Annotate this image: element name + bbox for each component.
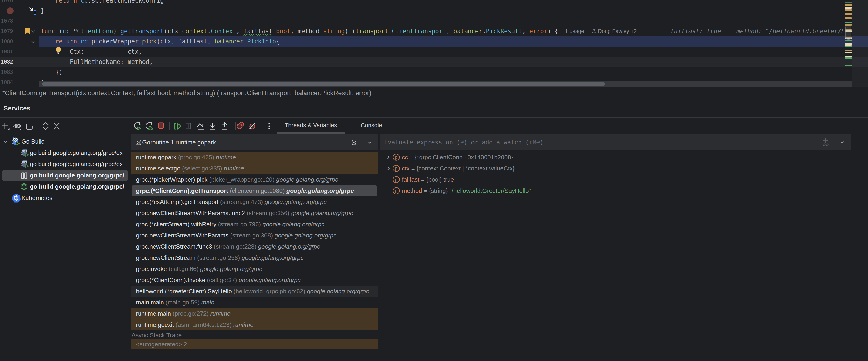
stripe-mark[interactable]	[845, 65, 852, 66]
frame-location: (stream.go:223)	[212, 243, 258, 250]
vertical-scrollbar-thumb[interactable]	[845, 25, 851, 39]
variable-row-failfast[interactable]: pfailfast = {bool} true	[380, 174, 868, 185]
expand-all-button[interactable]	[41, 122, 50, 131]
code-vision-author[interactable]: Doug Fawley +2	[598, 26, 637, 36]
tree-row-go-build-google-golang-org-grpc[interactable]: go build google.golang.org/grpc/	[0, 170, 130, 181]
stripe-mark[interactable]	[845, 4, 852, 6]
evaluate-placeholder: Evaluate expression (⏎) or add a watch (…	[384, 134, 544, 150]
frame-module: google.golang.org/grpc	[262, 221, 324, 228]
author-person-icon	[591, 28, 597, 34]
frame-text: grpc.(*csAttempt).getTransport (stream.g…	[131, 198, 327, 205]
tree-row-go-build[interactable]: Go Build	[0, 136, 130, 147]
frame-row[interactable]: runtime.selectgo (select.go:335) runtime	[131, 163, 378, 174]
paused-process-icon	[21, 170, 31, 181]
frame-row[interactable]: grpc.newClientStream (stream.go:258) goo…	[131, 252, 378, 263]
horizontal-scrollbar[interactable]	[39, 81, 852, 87]
horizontal-scrollbar-thumb[interactable]	[42, 83, 605, 86]
collapse-all-button[interactable]	[52, 122, 61, 131]
frame-row[interactable]: grpc.(*pickerWrapper).pick (picker_wrapp…	[131, 174, 378, 185]
open-in-new-tab-button[interactable]	[25, 122, 34, 131]
frame-row[interactable]: main.main (main.go:59) main	[131, 297, 378, 308]
stripe-mark[interactable]	[845, 43, 852, 45]
frame-row[interactable]: grpc.invoke (call.go:66) google.golang.o…	[131, 263, 378, 274]
frame-text: main.main (main.go:59) main	[131, 299, 214, 306]
frame-location: (stream.go:258)	[195, 254, 242, 261]
frame-location: (proc.go:272)	[171, 310, 210, 317]
variable-name: cc	[402, 154, 408, 161]
variable-row-cc[interactable]: pcc = {*grpc.ClientConn | 0x140001b2008}	[380, 152, 868, 163]
stripe-mark[interactable]	[845, 2, 852, 3]
code-vision-usages[interactable]: 1 usage	[565, 26, 584, 36]
stripe-mark[interactable]	[845, 50, 852, 52]
chevron-down-icon[interactable]	[839, 139, 845, 145]
tree-expand-chevron[interactable]	[3, 139, 8, 144]
services-tree[interactable]: Go Buildgo build google.golang.org/grpc/…	[0, 134, 130, 361]
frame-module: runtime	[210, 310, 230, 317]
frame-row[interactable]: helloworld.(*greeterClient).SayHello (he…	[131, 286, 378, 297]
hide-frames-icon[interactable]	[351, 139, 358, 145]
chevron-down-icon[interactable]	[367, 140, 373, 145]
stripe-mark[interactable]	[845, 58, 852, 59]
add-watch-icon[interactable]	[821, 138, 831, 147]
frame-location: (proc.go:425)	[176, 154, 216, 161]
stripe-mark[interactable]	[845, 9, 852, 11]
frame-function: grpc.newClientStreamWithParams.func2	[136, 209, 245, 217]
stripe-mark[interactable]	[845, 40, 852, 41]
tree-row-kubernetes[interactable]: Kubernetes	[0, 192, 130, 204]
add-button[interactable]	[1, 122, 10, 131]
frame-row[interactable]: runtime.goexit (asm_arm64.s:1223) runtim…	[131, 319, 378, 330]
stripe-mark[interactable]	[845, 7, 852, 9]
frames-panel[interactable]: Goroutine 1 runtime.gopark runtime.gopar…	[131, 118, 378, 361]
async-frame-row[interactable]: <autogenerated>:2	[131, 339, 378, 349]
debug-process-icon	[21, 182, 31, 192]
frame-row[interactable]: grpc.(*csAttempt).getTransport (stream.g…	[131, 196, 378, 207]
frame-function: grpc.newClientStreamWithParams	[136, 232, 228, 239]
frame-text: grpc.newClientStream.func3 (stream.go:22…	[131, 243, 320, 250]
frame-row[interactable]: grpc.newClientStreamWithParams.func2 (st…	[131, 207, 378, 219]
variable-value: {string}	[429, 187, 450, 194]
stripe-mark[interactable]	[845, 22, 852, 23]
panel-divider[interactable]	[379, 118, 379, 361]
tree-row-go-build-google-golang-org-grpc[interactable]: go build google.golang.org/grpc/	[0, 181, 130, 192]
variable-text: cc = {*grpc.ClientConn | 0x140001b2008}	[402, 152, 513, 163]
variable-text: failfast = {bool} true	[402, 174, 454, 185]
frame-row[interactable]: grpc.(*clientStream).withRetry (stream.g…	[131, 219, 378, 230]
mouse-cursor	[29, 7, 38, 16]
tree-row-go-build-google-golang-org-grpc-ex[interactable]: go build google.golang.org/grpc/ex	[0, 147, 130, 159]
stripe-mark[interactable]	[845, 18, 852, 19]
frame-row[interactable]: grpc.(*ClientConn).Invoke (call.go:37) g…	[131, 274, 378, 286]
stripe-mark[interactable]	[845, 52, 852, 54]
frame-function: runtime.main	[136, 310, 171, 317]
panel-divider[interactable]	[130, 118, 130, 361]
variables-panel[interactable]: Evaluate expression (⏎) or add a watch (…	[380, 118, 868, 361]
goroutine-icon	[135, 139, 142, 145]
frame-module: google.golang.org/grpc	[275, 232, 336, 239]
parameter-icon: p	[393, 165, 400, 172]
tool-window-header: Services	[0, 99, 868, 117]
stripe-mark[interactable]	[845, 56, 852, 57]
frame-row[interactable]: runtime.main (proc.go:272) runtime	[131, 308, 378, 319]
inline-debug-hint: method: "/helloworld.Greeter/S	[737, 26, 843, 36]
kubernetes-icon	[11, 193, 22, 203]
frame-row[interactable]: grpc.newClientStreamWithParams (stream.g…	[131, 230, 378, 241]
variable-row-ctx[interactable]: pctx = {context.Context | *context.value…	[380, 163, 868, 174]
frame-row[interactable]: grpc.(*ClientConn).getTransport (clientc…	[131, 185, 378, 196]
expand-chevron-icon[interactable]	[385, 166, 391, 171]
frame-text: helloworld.(*greeterClient).SayHello (he…	[131, 288, 369, 295]
frame-location: (picker_wrapper.go:120)	[208, 176, 276, 183]
stripe-mark[interactable]	[845, 13, 852, 15]
tree-row-go-build-google-golang-org-grpc-ex[interactable]: go build google.golang.org/grpc/ex	[0, 158, 130, 170]
code-editor[interactable]: return cc.sc.healthCheckConfig}func (cc …	[0, 0, 868, 87]
frame-location: (select.go:335)	[181, 165, 224, 172]
variable-value: "/helloworld.Greeter/SayHello"	[450, 187, 531, 194]
expand-chevron-icon[interactable]	[385, 155, 391, 160]
evaluate-expression-bar[interactable]: Evaluate expression (⏎) or add a watch (…	[380, 134, 851, 150]
frame-row[interactable]: runtime.gopark (proc.go:425) runtime	[131, 152, 378, 163]
frame-module: google.golang.org/grpc	[276, 176, 338, 183]
frame-row[interactable]: grpc.newClientStream.func3 (stream.go:22…	[131, 241, 378, 252]
thread-selector[interactable]: Goroutine 1 runtime.gopark	[131, 134, 378, 150]
show-options-button[interactable]	[12, 122, 22, 131]
variable-row-method[interactable]: pmethod = {string} "/helloworld.Greeter/…	[380, 185, 868, 196]
stripe-mark[interactable]	[845, 46, 852, 47]
tree-label: Kubernetes	[22, 192, 52, 204]
